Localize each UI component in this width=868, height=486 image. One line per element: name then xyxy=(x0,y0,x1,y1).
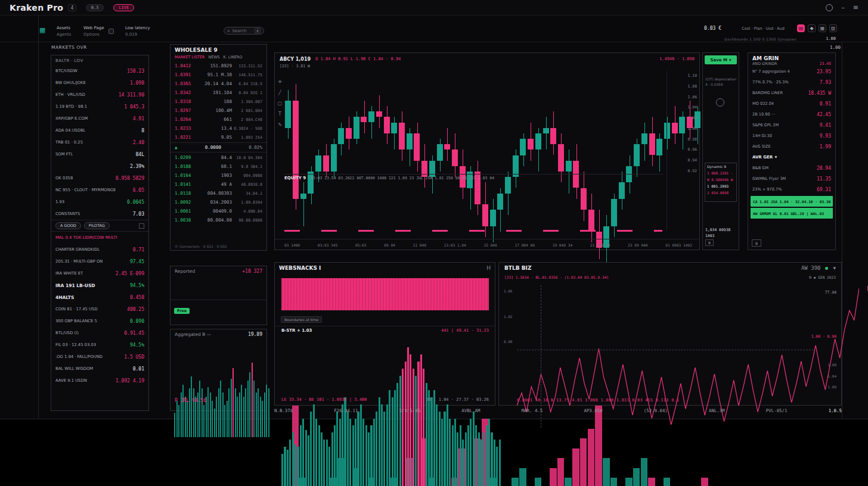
depth-bar xyxy=(339,419,341,486)
ticket-mini-box[interactable]: B xyxy=(705,239,714,246)
watchlist-row[interactable]: 1.930.0045 xyxy=(51,196,148,208)
watchlist-row[interactable]: 1.19 BTD · 98.11 045.3 xyxy=(51,101,148,113)
watchlist-row[interactable]: OK 03580.958 5829 xyxy=(51,172,148,184)
orderbook-ask-row[interactable]: 1.0412151.8929133.311.52 xyxy=(170,61,266,70)
toolbar-item-assets[interactable]: Assets Agents xyxy=(57,25,71,38)
watchlist-row[interactable]: CONSTANTS7.03 xyxy=(51,208,148,220)
chart-right-values: 1.4940 · 1.090 xyxy=(659,57,695,61)
watchlist-row[interactable]: .OG 1.94 · FALL/POUND1.5 USD xyxy=(51,351,148,363)
layout-grid-icon[interactable]: ▦ xyxy=(819,24,826,32)
square-icon[interactable] xyxy=(139,223,144,229)
alerts-icon[interactable]: ▤ xyxy=(797,24,805,32)
orderbook-bid-row[interactable]: 1.0092034.20031.09.0394 xyxy=(170,198,266,207)
watchlist-row[interactable]: 2.39% xyxy=(51,160,148,172)
toolbar-item-webpage[interactable]: Web Page Options xyxy=(83,25,104,38)
watchlist-row[interactable]: XRP/GBP E.COM4.91 xyxy=(51,113,148,124)
depth-bar xyxy=(357,412,359,486)
diamond-icon[interactable]: ◆ xyxy=(808,24,816,32)
stats-highlight-row[interactable]: CA 1.03 JSA 1.04 · 32.04.10 · 03.30 xyxy=(751,196,833,207)
orderbook-ask-row[interactable]: 1.03181081.304.007 xyxy=(170,97,266,106)
candles-canvas[interactable] xyxy=(284,73,709,270)
stats-mini-box[interactable]: B xyxy=(752,239,761,247)
orderbook-tab-market[interactable]: MARKET LISTER xyxy=(175,55,204,60)
toolbar-item-webpage-label: Web Page xyxy=(83,26,104,30)
chart-symbol[interactable]: ABCY 1,019 xyxy=(280,57,311,62)
watchlist-row[interactable]: AAVE 9.1 USDN1.092 4.19 xyxy=(51,375,148,387)
tool-rectangle-icon[interactable]: ▢ xyxy=(277,101,283,106)
watchlist-row[interactable]: ETH · VRL/USD14 311.90 xyxy=(51,89,148,101)
watchlist-row[interactable]: ADA 04.USDBL8 xyxy=(51,124,148,136)
orderbook-bid-row[interactable]: 1.0118004.0039334.04.1 xyxy=(170,189,266,198)
tool-text-icon[interactable]: T xyxy=(277,111,283,117)
menu-icon[interactable]: ≡ xyxy=(853,4,858,11)
aggregated-bar xyxy=(182,385,184,437)
watchlist-row[interactable]: 300 GBP BALANCE 50.090 xyxy=(51,315,148,327)
watchlist-row-value: 4.91 xyxy=(133,116,144,122)
orderbook-ask-row[interactable]: 1.0297100.4M2 601.004 xyxy=(170,106,266,115)
tool-pencil-icon[interactable]: ✎ xyxy=(277,122,283,127)
watchlist-row[interactable]: BTC/USDW150.23 xyxy=(51,65,148,77)
toolbar-item-latency[interactable]: Low latency 0.019 xyxy=(125,25,150,38)
orderbook-ask-row[interactable]: 1.02646612 084.C40 xyxy=(170,115,266,124)
orderbook-bid-row[interactable]: 1.014149 A40.0938.0 xyxy=(170,180,266,189)
watchlist-row[interactable]: NC 955 · CLOUT · MYRMONGE6.05 xyxy=(51,184,148,196)
notifications-icon[interactable] xyxy=(826,4,833,11)
orderbook-ask-row[interactable]: 1.0342191.1040.04 DIG 1 xyxy=(170,88,266,97)
minimize-icon[interactable]: – xyxy=(841,4,845,11)
watchlist-row[interactable]: 205.31 · MULTI-GBP ON97.45 xyxy=(51,256,148,267)
watchlist-row[interactable]: BW GHUL/JOKE1.098 xyxy=(51,77,148,89)
watchlist-row[interactable]: TRB 01 · 0.252.40 xyxy=(51,136,148,148)
candle-body xyxy=(414,133,420,161)
orderbook-tab-news[interactable]: NEWS xyxy=(208,55,219,60)
layout-columns-icon[interactable]: ▥ xyxy=(829,24,837,32)
orderbook-ask-row[interactable]: 1.02219.051.093 254 xyxy=(170,133,266,142)
watchlist-row[interactable]: FIL 03 · 12.45 03.0394.5% xyxy=(51,339,148,351)
volume-pane-label[interactable]: EQUITY 9 xyxy=(284,176,306,180)
boundaries-tag[interactable]: Boundaries at time xyxy=(281,316,322,323)
save-mode-button[interactable]: Save M ▾ xyxy=(705,55,737,64)
orderbook-bid-row[interactable]: 1.020984.410.0 04.304 xyxy=(170,153,266,162)
watchlist-filter-button[interactable]: A GOOD xyxy=(55,222,81,229)
depth-bar xyxy=(433,390,435,486)
watchlist-row[interactable]: COIN 81 · 17.45 USD400.25 xyxy=(51,303,148,315)
status-pill[interactable]: 0.3 xyxy=(86,4,104,11)
reported-free-tag[interactable]: Free xyxy=(174,308,190,314)
orderbook-bid-row[interactable]: 1.018860.19.0 304.1 xyxy=(170,162,266,171)
orderbook-ask-row[interactable]: 1.039195.1 M.30148.511.75 xyxy=(170,70,266,79)
latency-checkbox[interactable] xyxy=(108,29,114,34)
watchlist-row[interactable]: IRA 191 LB-USD94.5% xyxy=(51,279,148,291)
candle-body xyxy=(407,133,413,150)
depth-corner[interactable]: H xyxy=(486,265,491,271)
orderbook-price: 1.0221 xyxy=(175,135,201,140)
tool-crosshair-icon[interactable]: ✛ xyxy=(277,79,283,85)
watchlist-row[interactable]: CHARTER GRANDKIDL0.71 xyxy=(51,244,148,256)
live-pill[interactable]: LIVE xyxy=(113,4,134,11)
orderbook-ask-row[interactable]: 1.036520.14 4.046.04 210.5 xyxy=(170,79,266,88)
grid-icon[interactable]: ▦ xyxy=(39,26,47,34)
tool-trendline-icon[interactable]: ╱ xyxy=(277,90,283,95)
orderbook-ask-row[interactable]: 1.023313.40.3024 · 500 xyxy=(170,124,266,133)
watchlist-filter-button[interactable]: PILOTAG xyxy=(84,222,110,229)
orderbook-bid-row[interactable]: 1.003880.004.0890.00.0908 xyxy=(170,216,266,225)
watchlist-row[interactable]: 4HALTS0.458 xyxy=(51,291,148,303)
stats-row-label: N° 7 aggregation 4 xyxy=(752,69,790,74)
stats-highlight-row[interactable]: AW GRMOM GL 0.01 GBL.29 | WAL.03 xyxy=(751,208,833,219)
watchlist-row[interactable]: SOM FTL84L xyxy=(51,148,148,160)
bottom-time-axis: N.B.378F26-34.115/8'5-05AVBL.AMMAR. 4.5A… xyxy=(274,408,842,413)
target-circle-icon[interactable] xyxy=(716,98,724,107)
watchlist-row[interactable]: BAL WILL WISDOM0.01 xyxy=(51,363,148,375)
watchlist-row[interactable]: MAL 0.4 TOK LIDM/COW MULTI 4.30 xyxy=(51,232,148,244)
depth-title: WEBSNACKS I xyxy=(279,265,321,271)
search-input[interactable]: ⌕ Search K xyxy=(224,27,264,35)
aggregated-bar xyxy=(199,381,200,437)
performance-caret-icon[interactable]: ▾ xyxy=(833,265,836,271)
orderbook-bid-row[interactable]: 1.01641903004.0908 xyxy=(170,171,266,180)
orderbook-bid-row[interactable]: 1.006100409.04.090.04 xyxy=(170,207,266,216)
orderbook-tab-linero[interactable]: K. LINERO xyxy=(224,55,243,60)
orderbook-price: 1.0164 xyxy=(175,173,201,178)
watchlist-row[interactable]: IRA WHITE ET2.45 E-099 xyxy=(51,267,148,279)
aggregated-bar xyxy=(187,401,188,437)
watchlist-row[interactable]: BTL/USD (I)0.91.45 xyxy=(51,327,148,339)
candle-body xyxy=(619,182,625,199)
performance-sub-right: N ◆ GEN 2023 xyxy=(809,275,836,279)
